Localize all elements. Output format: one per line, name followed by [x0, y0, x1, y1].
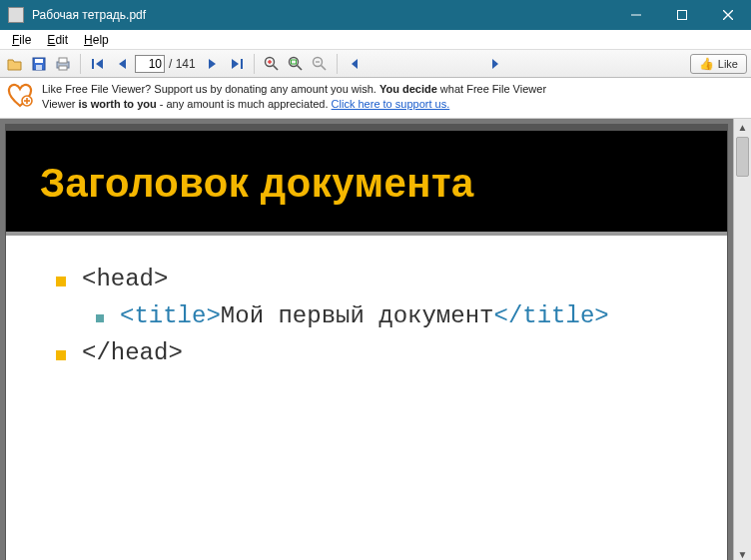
bullet-line: <title>Мой первый документ</title> — [96, 302, 707, 329]
code-text: <title>Мой первый документ</title> — [120, 302, 609, 329]
bullet-icon — [56, 350, 66, 360]
menu-file[interactable]: File — [6, 32, 37, 48]
content-area: Заголовок документа <head> <title>Мой пе… — [0, 119, 751, 560]
document-viewport[interactable]: Заголовок документа <head> <title>Мой пе… — [0, 119, 733, 560]
slide-title: Заголовок документа — [40, 161, 693, 206]
svg-point-16 — [289, 57, 298, 66]
separator — [80, 54, 81, 74]
code-text: <head> — [82, 266, 168, 292]
scroll-down-arrow[interactable]: ▼ — [734, 546, 751, 560]
svg-rect-5 — [35, 59, 43, 63]
svg-rect-8 — [59, 58, 67, 63]
svg-rect-18 — [291, 60, 296, 64]
like-button[interactable]: 👍 Like — [690, 54, 747, 74]
svg-line-20 — [321, 65, 326, 70]
separator — [254, 54, 255, 74]
scroll-right-button[interactable] — [484, 53, 506, 75]
last-page-button[interactable] — [226, 53, 248, 75]
scroll-left-button[interactable] — [344, 53, 366, 75]
svg-rect-9 — [59, 66, 67, 70]
zoom-fit-button[interactable] — [285, 53, 307, 75]
titlebar: Рабочая тетрадь.pdf — [0, 0, 751, 30]
bullet-line: </head> — [56, 339, 707, 366]
svg-line-13 — [273, 65, 278, 70]
svg-rect-11 — [241, 59, 243, 69]
first-page-button[interactable] — [87, 53, 109, 75]
menu-edit[interactable]: Edit — [41, 32, 74, 48]
support-link[interactable]: Click here to support us. — [332, 98, 450, 110]
pdf-page: Заголовок документа <head> <title>Мой пе… — [6, 125, 727, 560]
window-title: Рабочая тетрадь.pdf — [32, 8, 613, 22]
thumbs-up-icon: 👍 — [699, 57, 714, 71]
app-icon — [8, 7, 24, 23]
bullet-line: <head> — [56, 266, 707, 292]
slide-body: <head> <title>Мой первый документ</title… — [6, 236, 727, 366]
like-label: Like — [718, 58, 738, 70]
bullet-icon — [56, 277, 66, 286]
separator — [337, 54, 338, 74]
heart-plus-icon — [6, 82, 34, 108]
menu-help[interactable]: Help — [78, 32, 115, 48]
prev-page-button[interactable] — [111, 53, 133, 75]
svg-line-17 — [297, 65, 302, 70]
zoom-in-button[interactable] — [261, 53, 283, 75]
window-controls — [613, 0, 751, 30]
open-button[interactable] — [4, 53, 26, 75]
scroll-up-arrow[interactable]: ▲ — [734, 119, 751, 136]
save-button[interactable] — [28, 53, 50, 75]
donate-banner: Like Free File Viewer? Support us by don… — [0, 78, 751, 119]
banner-text: Like Free File Viewer? Support us by don… — [42, 82, 546, 112]
svg-rect-1 — [678, 11, 687, 20]
toolbar: / 141 👍 Like — [0, 50, 751, 78]
close-button[interactable] — [705, 0, 751, 30]
bullet-icon — [96, 314, 104, 322]
page-number-input[interactable] — [135, 55, 165, 73]
svg-rect-6 — [36, 65, 42, 70]
print-button[interactable] — [52, 53, 74, 75]
page-total-label: / 141 — [167, 57, 200, 71]
minimize-button[interactable] — [613, 0, 659, 30]
svg-rect-10 — [92, 59, 94, 69]
menubar: File Edit Help — [0, 30, 751, 50]
vertical-scrollbar[interactable]: ▲ ▼ — [733, 119, 751, 560]
code-text: </head> — [82, 339, 183, 366]
slide-header: Заголовок документа — [6, 125, 727, 236]
maximize-button[interactable] — [659, 0, 705, 30]
zoom-out-button[interactable] — [309, 53, 331, 75]
next-page-button[interactable] — [202, 53, 224, 75]
scrollbar-thumb[interactable] — [736, 137, 749, 177]
